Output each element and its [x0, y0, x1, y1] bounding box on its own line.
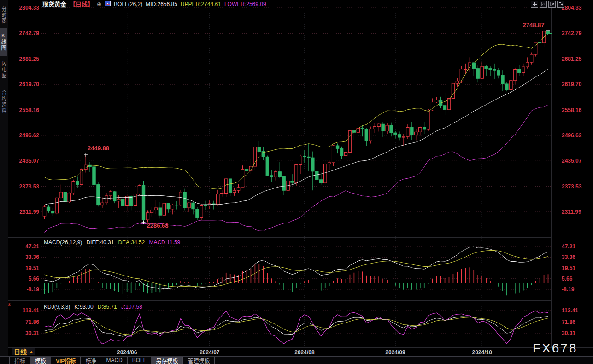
macd-indicator-name[interactable]: MACD(26,12,9) [44, 239, 82, 246]
axis-label: 2619.70 [11, 82, 39, 87]
axis-label: 2681.25 [562, 56, 591, 62]
axis-label: 2804.33 [11, 5, 39, 11]
boll-mid-value: MID:2656.85 [146, 1, 177, 7]
indicator-name[interactable]: BOLL(26,2) [114, 1, 142, 7]
axis-label: 2742.79 [11, 30, 39, 36]
macd-dea-line [45, 251, 548, 287]
bottom-tab-2[interactable]: 模板 [30, 357, 51, 364]
month-label: 2024/07 [200, 349, 219, 356]
axis-label: 2619.70 [562, 82, 591, 87]
axis-label: 2435.07 [11, 158, 39, 164]
axis-label: 30.31 [11, 330, 39, 336]
candlestick-series [43, 31, 549, 223]
bottom-tab-6[interactable]: BOLL [127, 357, 151, 364]
bottom-tab-3[interactable]: VIP指标 [51, 357, 80, 364]
macd-macd-value: MACD:11.59 [149, 239, 180, 246]
extreme-cross-marker [84, 153, 88, 157]
extreme-price-label: 2286.68 [147, 222, 169, 229]
axis-label: 2311.99 [11, 209, 39, 215]
month-label: 2024/10 [472, 349, 492, 356]
bottom-tab-1[interactable]: 指标 [9, 357, 30, 364]
axis-label: 2742.79 [562, 30, 591, 36]
bottom-tab-4[interactable]: 标准 [80, 357, 101, 364]
chart-pane-icon[interactable] [540, 1, 547, 8]
left-sidebar: 分时图K线图闪电图合约资料 [0, 0, 8, 364]
axis-label: 30.31 [562, 330, 591, 336]
kdj-series [45, 311, 548, 344]
move-layout-icon[interactable] [531, 1, 538, 8]
macd-series [44, 247, 548, 296]
axis-label: 19.51 [562, 265, 591, 271]
kdj-k-value: K:93.00 [74, 304, 93, 310]
extreme-price-label: 2748.87 [523, 22, 545, 29]
axis-label: 113.41 [11, 308, 39, 313]
axis-label: -8.19 [562, 287, 591, 292]
axis-label: 19.51 [11, 265, 39, 271]
kdj-d-value: D:85.71 [98, 304, 117, 310]
axis-label: 113.41 [562, 308, 591, 313]
chart-thumbnail-icon[interactable] [105, 1, 111, 7]
period-selector[interactable]: 日线 ▲ [12, 348, 35, 355]
kdj-j-value: J:107.58 [121, 304, 142, 310]
axis-label: 33.36 [562, 254, 591, 260]
boll-lines [45, 34, 548, 232]
sidebar-tab-3[interactable]: 闪电图 [0, 55, 7, 84]
axis-label: 47.21 [11, 244, 39, 249]
kdj-j-line [45, 311, 548, 344]
axis-label: 2373.53 [562, 184, 591, 189]
sidebar-tab-4[interactable]: 合约资料 [0, 85, 7, 119]
kdj-indicator-name[interactable]: KDJ(9,3,3) [44, 304, 70, 310]
sidebar-tab-2[interactable]: K线图 [0, 28, 7, 56]
axis-label: 2558.16 [562, 107, 591, 113]
period-label: 日线 [14, 347, 27, 356]
axis-label: 2804.33 [562, 5, 591, 11]
sidebar-tab-1[interactable]: 分时图 [0, 2, 7, 29]
axis-label: 71.86 [562, 319, 591, 325]
brand-watermark: FX678 [533, 341, 578, 356]
axis-label: -8.19 [11, 287, 39, 292]
axis-label: 2496.62 [11, 133, 39, 138]
month-label: 2024/09 [385, 349, 405, 356]
indicator-settings-icon[interactable]: ✳ [7, 302, 11, 307]
macd-diff-value: DIFF:40.31 [86, 239, 114, 246]
current-price-arrow [545, 32, 552, 35]
indicator-pane-icon[interactable] [548, 1, 556, 8]
axis-label: 2311.99 [562, 209, 591, 215]
close-pane-icon[interactable] [557, 1, 564, 8]
expand-indicator-icon[interactable]: ⊕ [97, 1, 101, 7]
window-toolbar [531, 1, 564, 8]
month-label: 2024/08 [294, 349, 314, 356]
bottom-tab-bar: 指标模板VIP指标标准MACDBOLL另存模板管理模板 [0, 356, 593, 364]
axis-label: 71.86 [11, 319, 39, 325]
axis-label: 2373.53 [11, 184, 39, 189]
axis-label: 2681.25 [11, 56, 39, 62]
axis-label: 33.36 [11, 254, 39, 260]
axis-label: 2435.07 [562, 158, 591, 164]
bottom-tab-8[interactable]: 管理模板 [182, 357, 215, 364]
bottom-tab-5[interactable]: MACD [101, 357, 127, 364]
bottom-tab-7[interactable]: 另存模板 [151, 357, 182, 364]
kdj-d-line [45, 317, 548, 335]
period-badge: 【日线】 [70, 0, 94, 8]
period-dropdown-arrow-icon: ▲ [29, 349, 34, 354]
axis-label: 2558.16 [11, 107, 39, 113]
kdj-header: KDJ(9,3,3) K:93.00 D:85.71 J:107.58 [44, 304, 142, 310]
extreme-price-label: 2449.88 [88, 145, 109, 152]
boll-upper-value: UPPER:2744.61 [181, 1, 221, 7]
chart-header: 现货黄金 【日线】 ⊕ BOLL(26,2) MID:2656.85 UPPER… [42, 0, 266, 7]
axis-label: 5.66 [562, 276, 591, 282]
symbol-name: 现货黄金 [42, 0, 66, 8]
macd-dea-value: DEA:34.52 [118, 239, 145, 246]
boll-lower-value: LOWER:2569.09 [224, 1, 266, 7]
month-label: 2024/06 [117, 349, 137, 356]
axis-label: 47.21 [562, 244, 591, 249]
price-annotations: 2449.882286.682748.87 [84, 22, 552, 229]
macd-header: MACD(26,12,9) DIFF:40.31 DEA:34.52 MACD:… [44, 239, 180, 246]
axis-label: 2496.62 [562, 133, 591, 138]
axis-label: 5.66 [11, 276, 39, 282]
